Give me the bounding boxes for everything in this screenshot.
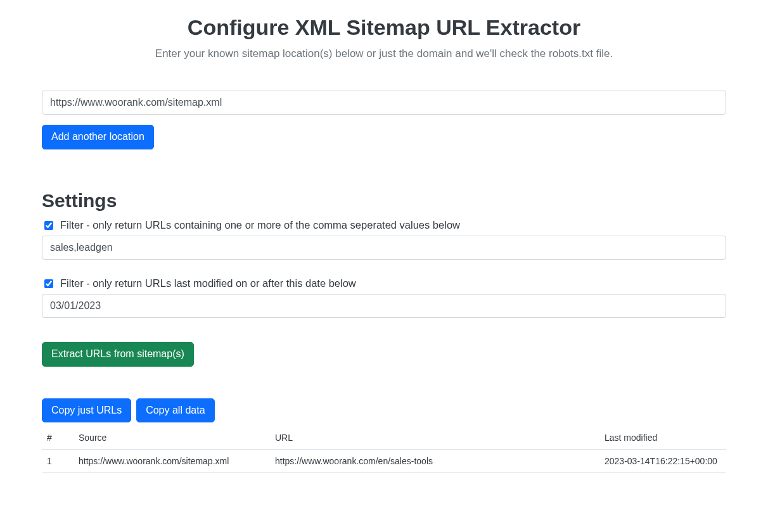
- filter-contains-block: Filter - only return URLs containing one…: [42, 219, 726, 260]
- filter-date-input[interactable]: [42, 294, 726, 318]
- cell-modified: 2023-03-14T16:22:15+00:00: [599, 450, 726, 473]
- page-title: Configure XML Sitemap URL Extractor: [42, 15, 726, 40]
- col-header-url: URL: [270, 426, 599, 450]
- sitemap-location-input[interactable]: [42, 91, 726, 115]
- cell-number: 1: [42, 450, 74, 473]
- filter-contains-checkbox[interactable]: [44, 221, 53, 230]
- sitemap-location-section: Add another location: [42, 91, 726, 149]
- filter-date-checkbox[interactable]: [44, 279, 53, 288]
- copy-urls-button[interactable]: Copy just URLs: [42, 398, 131, 423]
- cell-source: https://www.woorank.com/sitemap.xml: [74, 450, 270, 473]
- add-location-button[interactable]: Add another location: [42, 125, 154, 149]
- settings-heading: Settings: [42, 190, 726, 212]
- extract-button[interactable]: Extract URLs from sitemap(s): [42, 342, 194, 367]
- page-subtitle: Enter your known sitemap location(s) bel…: [42, 48, 726, 60]
- col-header-modified: Last modified: [599, 426, 726, 450]
- filter-date-label: Filter - only return URLs last modified …: [60, 277, 356, 289]
- col-header-source: Source: [74, 426, 270, 450]
- filter-contains-label: Filter - only return URLs containing one…: [60, 219, 460, 231]
- copy-all-button[interactable]: Copy all data: [136, 398, 214, 423]
- filter-date-block: Filter - only return URLs last modified …: [42, 277, 726, 318]
- filter-contains-input[interactable]: [42, 236, 726, 260]
- table-row: 1https://www.woorank.com/sitemap.xmlhttp…: [42, 450, 726, 473]
- results-table: # Source URL Last modified 1https://www.…: [42, 426, 726, 473]
- cell-url: https://www.woorank.com/en/sales-tools: [270, 450, 599, 473]
- col-header-number: #: [42, 426, 74, 450]
